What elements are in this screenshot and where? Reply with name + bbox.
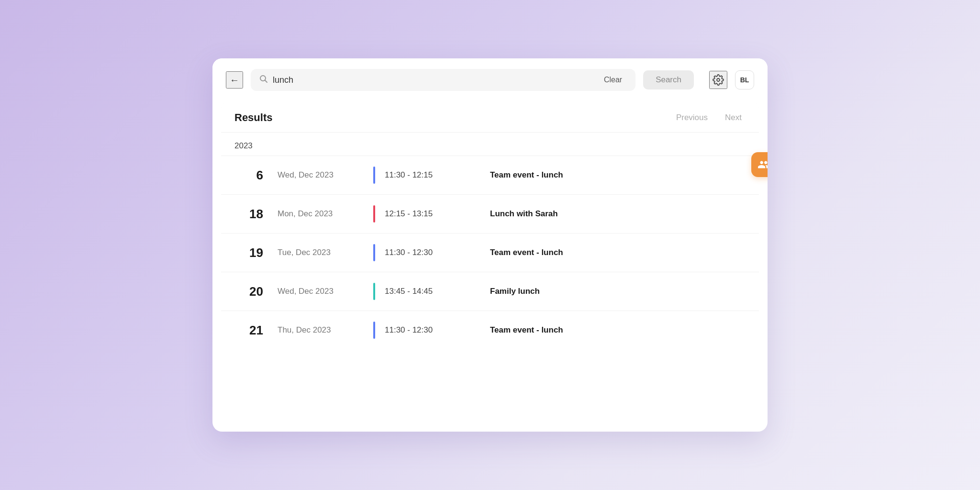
event-day: 20: [234, 284, 263, 299]
svg-line-1: [265, 80, 267, 82]
search-button[interactable]: Search: [643, 70, 694, 89]
event-date: Mon, Dec 2023: [278, 209, 373, 219]
results-panel: Results Previous Next 2023 6 Wed, Dec 20…: [221, 101, 759, 349]
year-section: 2023: [221, 133, 759, 156]
event-row[interactable]: 18 Mon, Dec 2023 12:15 - 13:15 Lunch wit…: [221, 194, 759, 233]
event-color-bar: [373, 283, 375, 300]
event-row[interactable]: 19 Tue, Dec 2023 11:30 - 12:30 Team even…: [221, 233, 759, 272]
search-icon: [259, 75, 268, 86]
back-button[interactable]: ←: [226, 71, 243, 89]
people-icon: [757, 158, 768, 171]
event-date: Tue, Dec 2023: [278, 248, 373, 257]
event-color-bar: [373, 244, 375, 261]
event-day: 6: [234, 168, 263, 183]
clear-button[interactable]: Clear: [599, 74, 627, 86]
event-day: 18: [234, 207, 263, 222]
app-window: ← Clear Search BL R: [212, 58, 768, 432]
event-day: 19: [234, 245, 263, 260]
event-color-bar: [373, 167, 375, 184]
event-time: 11:30 - 12:15: [385, 170, 471, 180]
nav-buttons: Previous Next: [672, 111, 746, 124]
event-color-bar: [373, 322, 375, 339]
event-title: Family lunch: [490, 287, 540, 296]
event-title: Lunch with Sarah: [490, 209, 558, 219]
header-icons: BL: [709, 70, 754, 89]
event-time: 11:30 - 12:30: [385, 248, 471, 257]
search-input[interactable]: [273, 75, 594, 85]
event-color-bar: [373, 205, 375, 223]
settings-button[interactable]: [709, 71, 727, 89]
events-list: 6 Wed, Dec 2023 11:30 - 12:15 Team event…: [221, 156, 759, 349]
back-icon: ←: [230, 75, 239, 86]
event-row[interactable]: 6 Wed, Dec 2023 11:30 - 12:15 Team event…: [221, 156, 759, 194]
year-label: 2023: [234, 141, 253, 150]
event-day: 21: [234, 323, 263, 338]
event-time: 13:45 - 14:45: [385, 287, 471, 296]
event-date: Wed, Dec 2023: [278, 170, 373, 180]
header: ← Clear Search BL: [212, 58, 768, 101]
previous-button[interactable]: Previous: [672, 111, 712, 124]
event-time: 11:30 - 12:30: [385, 325, 471, 335]
event-date: Wed, Dec 2023: [278, 287, 373, 296]
event-title: Team event - lunch: [490, 325, 563, 335]
avatar-button[interactable]: BL: [735, 70, 754, 89]
event-time: 12:15 - 13:15: [385, 209, 471, 219]
event-row[interactable]: 20 Wed, Dec 2023 13:45 - 14:45 Family lu…: [221, 272, 759, 311]
results-header: Results Previous Next: [221, 101, 759, 133]
event-date: Thu, Dec 2023: [278, 325, 373, 335]
event-title: Team event - lunch: [490, 248, 563, 257]
people-fab-button[interactable]: [751, 152, 768, 177]
search-bar: Clear: [251, 69, 635, 91]
next-button[interactable]: Next: [721, 111, 746, 124]
event-title: Team event - lunch: [490, 170, 563, 180]
results-title: Results: [234, 111, 272, 124]
svg-point-2: [717, 78, 720, 81]
gear-icon: [713, 74, 724, 86]
event-row[interactable]: 21 Thu, Dec 2023 11:30 - 12:30 Team even…: [221, 311, 759, 349]
